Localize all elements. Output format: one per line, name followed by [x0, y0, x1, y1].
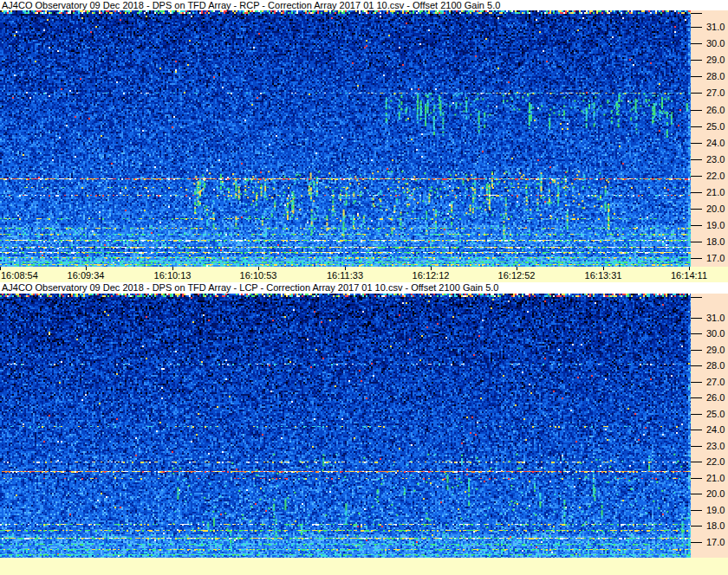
freq-tick — [691, 430, 702, 430]
freq-minor-tick — [691, 13, 702, 14]
freq-tick-label: 26.0 — [706, 393, 725, 403]
freq-tick — [691, 27, 702, 28]
freq-tick-label: 25.0 — [706, 122, 725, 132]
panel-title-lcp: AJ4CO Observatory 09 Dec 2018 - DPS on T… — [0, 282, 728, 294]
freq-tick — [691, 225, 702, 226]
freq-tick — [691, 350, 702, 351]
spectrogram-panel-lcp: AJ4CO Observatory 09 Dec 2018 - DPS on T… — [0, 282, 728, 575]
freq-tick-label: 28.0 — [706, 72, 725, 81]
time-axis-rcp: 16:08:5416:09:3416:10:1316:10:5316:11:33… — [0, 267, 728, 282]
time-tick-label: 16:13:31 — [585, 271, 622, 281]
freq-tick — [691, 76, 702, 77]
freq-tick-label: 20.0 — [706, 204, 725, 214]
time-tick-label: 16:08:54 — [1, 271, 38, 281]
time-axis-lcp — [0, 558, 728, 575]
freq-tick-label: 19.0 — [706, 506, 725, 515]
spectrogram-panel-rcp: AJ4CO Observatory 09 Dec 2018 - DPS on T… — [0, 0, 728, 282]
freq-tick — [691, 192, 702, 193]
freq-tick-label: 29.0 — [706, 55, 725, 65]
freq-tick-label: 30.0 — [706, 329, 725, 339]
freq-tick-label: 17.0 — [706, 254, 725, 263]
freq-tick — [691, 510, 702, 511]
freq-tick-label: 24.0 — [706, 139, 725, 148]
spectrograph-window: AJ4CO Observatory 09 Dec 2018 - DPS on T… — [0, 0, 728, 575]
frequency-axis-lcp: 31.030.029.028.027.026.025.024.023.022.0… — [691, 294, 728, 558]
freq-tick — [691, 365, 702, 366]
time-tick-label: 16:09:34 — [68, 271, 105, 281]
freq-tick — [691, 494, 702, 494]
freq-tick-label: 18.0 — [706, 237, 725, 247]
plot-row-rcp: 31.030.029.028.027.026.025.024.023.022.0… — [0, 10, 728, 267]
spectrogram-lcp — [0, 294, 691, 558]
freq-tick-label: 20.0 — [706, 489, 725, 499]
time-tick-label: 16:14:11 — [671, 271, 707, 281]
freq-tick-label: 25.0 — [706, 410, 725, 419]
freq-tick — [691, 397, 702, 398]
freq-tick — [691, 143, 702, 144]
freq-tick — [691, 60, 702, 61]
freq-tick — [691, 43, 702, 44]
freq-tick-label: 22.0 — [706, 457, 725, 467]
freq-tick — [691, 542, 702, 543]
freq-tick-label: 18.0 — [706, 521, 725, 531]
freq-tick-label: 21.0 — [706, 188, 725, 197]
time-tick-label: 16:10:53 — [240, 271, 277, 281]
freq-tick-label: 17.0 — [706, 538, 725, 547]
freq-tick — [691, 462, 702, 462]
freq-tick-label: 19.0 — [706, 221, 725, 230]
freq-tick-label: 31.0 — [706, 23, 725, 32]
freq-tick — [691, 478, 702, 479]
freq-tick — [691, 446, 702, 447]
freq-tick-label: 28.0 — [706, 361, 725, 371]
freq-tick — [691, 382, 702, 383]
plot-row-lcp: 31.030.029.028.027.026.025.024.023.022.0… — [0, 294, 728, 558]
time-tick-label: 16:12:12 — [413, 271, 450, 281]
freq-tick-label: 23.0 — [706, 155, 725, 165]
freq-tick — [691, 176, 702, 177]
freq-tick — [691, 318, 702, 319]
freq-tick-label: 27.0 — [706, 88, 725, 98]
freq-tick-label: 21.0 — [706, 474, 725, 483]
freq-tick — [691, 242, 702, 242]
freq-tick-label: 30.0 — [706, 39, 725, 48]
spectrogram-rcp — [0, 10, 691, 267]
time-tick-label: 16:11:33 — [327, 271, 363, 281]
freq-tick — [691, 110, 702, 111]
freq-tick — [691, 258, 702, 259]
freq-tick-label: 26.0 — [706, 106, 725, 115]
panel-title-rcp: AJ4CO Observatory 09 Dec 2018 - DPS on T… — [0, 0, 728, 10]
freq-tick — [691, 333, 702, 334]
freq-tick — [691, 209, 702, 210]
frequency-axis-rcp: 31.030.029.028.027.026.025.024.023.022.0… — [691, 10, 728, 267]
freq-minor-tick — [691, 297, 702, 298]
freq-tick — [691, 526, 702, 527]
freq-tick-label: 23.0 — [706, 442, 725, 451]
time-tick-label: 16:12:52 — [498, 271, 536, 281]
freq-tick-label: 27.0 — [706, 378, 725, 387]
freq-tick-label: 22.0 — [706, 171, 725, 181]
freq-tick — [691, 414, 702, 415]
freq-tick — [691, 126, 702, 127]
freq-tick-label: 24.0 — [706, 425, 725, 435]
time-tick-label: 16:10:13 — [154, 271, 192, 281]
freq-tick — [691, 93, 702, 94]
freq-tick-label: 31.0 — [706, 313, 725, 323]
freq-tick — [691, 159, 702, 160]
freq-tick-label: 29.0 — [706, 346, 725, 355]
